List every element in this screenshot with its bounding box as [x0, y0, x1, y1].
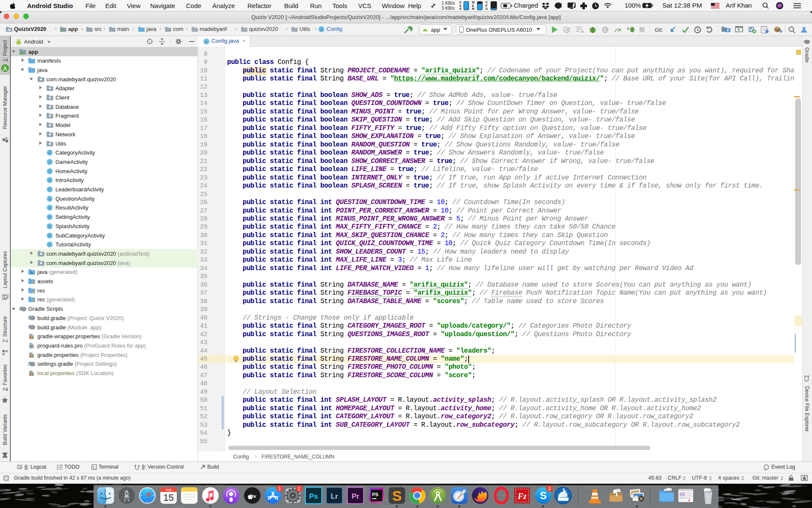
svg-text:c: c: [49, 169, 51, 174]
svg-text:Fz: Fz: [517, 491, 526, 501]
svg-text:c: c: [49, 224, 51, 229]
svg-text:c: c: [49, 242, 51, 247]
svg-text:Ps: Ps: [309, 492, 318, 500]
svg-text:c: c: [49, 205, 51, 210]
svg-text:C: C: [604, 28, 607, 33]
svg-text:c: c: [49, 187, 51, 192]
svg-text:tv: tv: [252, 494, 256, 499]
svg-text:c: c: [49, 178, 51, 182]
svg-text:c: c: [49, 150, 51, 155]
svg-text:FEB: FEB: [165, 489, 171, 491]
svg-text:c: c: [49, 233, 51, 238]
svg-text:c: c: [321, 27, 323, 32]
svg-text:Pr: Pr: [351, 492, 359, 500]
svg-text:PS: PS: [372, 492, 379, 497]
svg-text:c: c: [49, 196, 51, 201]
svg-text:15: 15: [163, 492, 173, 503]
svg-text:Lr: Lr: [331, 492, 338, 500]
svg-text:c: c: [49, 215, 51, 219]
svg-text:S: S: [392, 488, 402, 504]
svg-text:c: c: [49, 160, 51, 164]
svg-text:S: S: [540, 490, 546, 501]
svg-text:A: A: [565, 28, 568, 32]
svg-text:c: c: [206, 39, 208, 44]
